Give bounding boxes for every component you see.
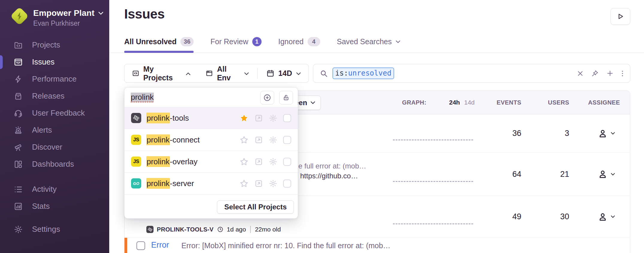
lightning-bolt-icon	[15, 11, 24, 21]
sidebar-item-discover[interactable]: Discover	[0, 139, 109, 156]
tab-ignored[interactable]: Ignored 4	[278, 36, 320, 53]
chevron-down-icon	[296, 72, 301, 75]
meta-divider	[250, 226, 251, 233]
project-checkbox[interactable]	[283, 136, 291, 144]
star-icon[interactable]	[239, 157, 249, 166]
org-user: Evan Purkhiser	[33, 19, 104, 27]
issue-row[interactable]: Error Error: [MobX] minified error nr: 1…	[124, 238, 630, 253]
date-range-filter-button[interactable]: 14D	[266, 69, 301, 78]
chevron-down-icon	[98, 12, 104, 15]
chevron-down-icon	[611, 132, 615, 135]
tab-label: Saved Searches	[337, 36, 392, 47]
stats-icon	[14, 202, 23, 211]
sidebar-item-alerts[interactable]: Alerts	[0, 122, 109, 139]
sidebar-item-label: Discover	[32, 142, 62, 152]
sidebar-item-projects[interactable]: Projects	[0, 36, 109, 53]
project-settings-gear-icon[interactable]	[269, 157, 277, 166]
sidebar-item-label: Stats	[32, 202, 50, 211]
assignee-selector[interactable]	[573, 128, 630, 139]
assignee-selector[interactable]	[573, 212, 630, 222]
project-checkbox[interactable]	[283, 158, 291, 166]
sidebar-item-label: Projects	[32, 40, 60, 50]
project-settings-gear-icon[interactable]	[269, 179, 277, 188]
tab-count-badge: 4	[308, 37, 320, 46]
tab-count-badge: 36	[180, 37, 194, 46]
add-search-icon[interactable]	[606, 70, 614, 77]
releases-icon	[14, 92, 23, 101]
sidebar-item-label: Issues	[32, 57, 54, 67]
project-name: prolink-tools	[146, 114, 189, 123]
project-checkbox[interactable]	[283, 180, 291, 188]
project-filter-button[interactable]: My Projects	[132, 65, 190, 82]
sidebar-item-user-feedback[interactable]: User Feedback	[0, 105, 109, 122]
pin-search-icon[interactable]	[591, 70, 599, 77]
events-count: 36	[475, 129, 525, 138]
issue-culprit: https://github.co…	[300, 172, 358, 180]
performance-icon	[14, 75, 23, 84]
org-name: Empower Plant	[33, 8, 95, 18]
org-avatar	[10, 7, 29, 26]
sidebar-item-label: Settings	[32, 225, 60, 234]
users-count: 3	[525, 129, 573, 138]
issue-error-type-link[interactable]: Error	[151, 240, 169, 250]
sidebar-item-settings[interactable]: Settings	[0, 221, 109, 238]
open-project-icon[interactable]	[254, 114, 263, 122]
search-token-is-unresolved[interactable]: is:unresolved	[332, 68, 394, 79]
project-search-input[interactable]: prolink	[124, 88, 298, 107]
project-name: prolink-server	[146, 179, 194, 188]
graph-period-24h[interactable]: 24h	[449, 99, 460, 106]
issue-checkbox[interactable]	[136, 241, 145, 250]
open-project-icon[interactable]	[254, 179, 263, 188]
page-filter-group: My Projects All Env 14D	[124, 64, 309, 83]
tab-for-review[interactable]: For Review 1	[210, 36, 261, 53]
search-menu-icon[interactable]	[621, 70, 624, 77]
org-switcher[interactable]: Empower Plant Evan Purkhiser	[10, 7, 104, 27]
dashboards-icon	[14, 160, 23, 169]
chevron-down-icon	[611, 173, 615, 176]
sidebar-item-dashboards[interactable]: Dashboards	[0, 156, 109, 173]
project-filter-label: My Projects	[143, 65, 182, 82]
select-all-projects-button[interactable]: Select All Projects	[217, 200, 294, 214]
open-project-icon[interactable]	[254, 136, 263, 144]
projects-icon	[14, 41, 23, 50]
issues-icon	[14, 58, 23, 67]
page-title: Issues	[124, 7, 165, 22]
replay-play-button[interactable]	[610, 8, 630, 25]
project-checkbox[interactable]	[283, 114, 291, 122]
issue-search-input[interactable]: is:unresolved	[313, 64, 630, 83]
clock-icon	[217, 226, 224, 233]
project-option-prolink-connect[interactable]: JS prolink-connect	[124, 129, 298, 151]
project-settings-gear-icon[interactable]	[269, 136, 277, 144]
graph-period-14d[interactable]: 14d	[464, 99, 475, 106]
project-option-prolink-server[interactable]: GO prolink-server	[124, 172, 298, 194]
sidebar-item-performance[interactable]: Performance	[0, 70, 109, 88]
environment-filter-button[interactable]: All Env	[206, 65, 249, 82]
sidebar-item-stats[interactable]: Stats	[0, 198, 109, 215]
project-option-prolink-overlay[interactable]: JS prolink-overlay	[124, 151, 298, 172]
sidebar-item-label: Alerts	[32, 125, 52, 135]
sidebar-item-label: Performance	[32, 74, 77, 84]
dropdown-footer: Select All Projects	[124, 194, 298, 219]
unlock-icon	[282, 94, 290, 102]
sidebar-item-activity[interactable]: Activity	[0, 181, 109, 198]
graph-placeholder	[393, 223, 473, 224]
javascript-platform-icon: JS	[131, 135, 141, 145]
tab-all-unresolved[interactable]: All Unresolved 36	[124, 36, 194, 53]
star-icon[interactable]	[239, 135, 249, 145]
tab-saved-searches[interactable]: Saved Searches	[337, 36, 400, 53]
project-selector-dropdown: prolink prolink-tools JS prolin	[124, 87, 298, 219]
tab-label: Ignored	[278, 36, 304, 47]
sidebar-item-issues[interactable]: Issues	[0, 53, 109, 70]
assignee-selector[interactable]	[573, 169, 630, 179]
project-settings-gear-icon[interactable]	[269, 114, 277, 122]
tab-label: For Review	[210, 36, 248, 47]
lock-filter-button[interactable]	[279, 91, 293, 105]
open-project-icon[interactable]	[254, 157, 263, 166]
clear-search-icon[interactable]	[577, 70, 584, 77]
star-icon[interactable]	[239, 179, 249, 188]
add-project-button[interactable]	[260, 91, 274, 105]
sidebar-item-releases[interactable]: Releases	[0, 88, 109, 105]
star-icon[interactable]	[239, 114, 249, 123]
project-option-prolink-tools[interactable]: prolink-tools	[124, 107, 298, 129]
plus-circle-icon	[263, 93, 271, 102]
